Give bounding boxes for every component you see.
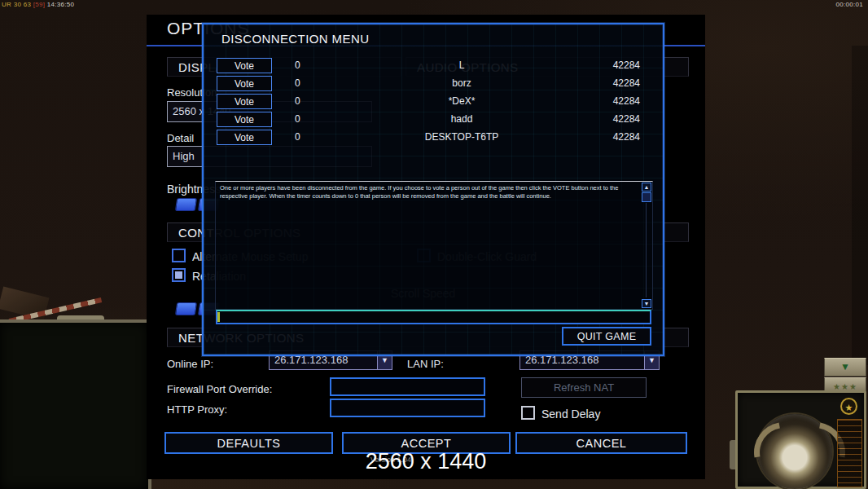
chat-input[interactable] (216, 310, 651, 324)
general-rank-button[interactable]: ★★★ (824, 377, 866, 391)
terrain-shade-right (852, 46, 868, 365)
refresh-nat-button[interactable]: Refresh NAT (521, 377, 647, 398)
firewall-label: Firewall Port Override: (167, 383, 272, 395)
player-rows: Vote 0 L 42284 Vote 0 borz 42284 Vote 0 … (204, 57, 663, 147)
scroll-down-icon: ▼ (644, 301, 650, 306)
game-screen: UR 30 63 [59] 14:36:50 00:00:01 ▼ ★★★ ★ … (0, 0, 868, 489)
network-stats-readout: UR 30 63 [59] 14:36:50 (2, 1, 74, 8)
player-row: Vote 0 borz 42284 (204, 75, 663, 93)
rank-star-badge: ★ (840, 398, 857, 415)
disconnect-message-text: One or more players have been disconnect… (220, 184, 634, 200)
player-ping: 42284 (567, 95, 640, 107)
current-resolution-text: 2560 x 1440 (147, 449, 705, 474)
player-name: L (334, 59, 590, 71)
player-row: Vote 0 hadd 42284 (204, 111, 663, 129)
checkbox-check (175, 271, 182, 279)
disconnection-dialog: DISCONNECTION MENU Vote 0 L 42284 Vote 0… (202, 23, 664, 356)
firewall-port-input[interactable] (330, 377, 485, 396)
minimap[interactable] (0, 319, 151, 489)
player-ping: 42284 (567, 113, 640, 125)
scroll-up-icon: ▲ (644, 184, 650, 190)
match-timer: 00:00:01 (835, 1, 863, 8)
star-icon: ★ (845, 403, 853, 412)
send-delay-label: Send Delay (541, 408, 600, 421)
quit-game-button[interactable]: QUIT GAME (562, 327, 651, 346)
player-ping: 42284 (567, 131, 640, 143)
player-ping: 42284 (567, 59, 640, 71)
lan-ip-label: LAN IP: (407, 358, 444, 370)
collapse-arrow-icon: ▼ (840, 361, 850, 372)
vote-button[interactable]: Vote (217, 94, 272, 109)
vote-button[interactable]: Vote (217, 112, 272, 127)
player-name: hadd (334, 113, 590, 125)
online-ip-label: Online IP: (167, 358, 213, 370)
player-row: Vote 0 *DeX* 42284 (204, 93, 663, 111)
vote-count: 0 (295, 131, 300, 143)
player-row: Vote 0 DESKTOP-T6TP 42284 (204, 129, 663, 147)
disconnect-message-box: One or more players have been disconnect… (215, 181, 653, 310)
stats-net: UR 30 63 (2, 1, 31, 8)
sidebar-collapse-button[interactable]: ▼ (824, 358, 866, 377)
faction-emblem (757, 414, 832, 489)
vote-button[interactable]: Vote (217, 76, 272, 91)
player-name: borz (334, 77, 590, 89)
dialog-title: DISCONNECTION MENU (221, 32, 369, 46)
vote-count: 0 (295, 113, 300, 125)
vote-count: 0 (295, 77, 300, 89)
vote-button[interactable]: Vote (217, 58, 272, 73)
player-name: DESKTOP-T6TP (334, 131, 590, 143)
chat-input-caret (217, 312, 220, 322)
vote-button[interactable]: Vote (217, 130, 272, 145)
scrollbar-track[interactable] (646, 203, 647, 297)
http-proxy-input[interactable] (330, 399, 485, 417)
retaliation-checkbox[interactable] (172, 268, 186, 282)
brightness-slider-handle-1[interactable] (175, 198, 197, 211)
detail-label: Detail (167, 132, 194, 144)
send-delay-checkbox[interactable] (521, 406, 535, 420)
alternate-mouse-checkbox[interactable] (172, 249, 186, 262)
player-row: Vote 0 L 42284 (204, 57, 663, 75)
scroll-down-button[interactable]: ▼ (642, 299, 651, 308)
stats-clock: 14:36:50 (47, 1, 75, 8)
http-proxy-label: HTTP Proxy: (167, 403, 227, 416)
player-ping: 42284 (567, 77, 640, 89)
scroll-speed-slider-handle-1[interactable] (175, 302, 197, 315)
vote-count: 0 (295, 59, 300, 71)
vote-count: 0 (295, 95, 300, 107)
command-panel: ★ (735, 390, 866, 489)
build-queue-list (837, 419, 862, 487)
stats-bracket: [59] (33, 1, 46, 8)
player-name: *DeX* (334, 95, 590, 107)
scrollbar-thumb[interactable] (642, 192, 651, 202)
scroll-up-button[interactable]: ▲ (642, 183, 651, 192)
